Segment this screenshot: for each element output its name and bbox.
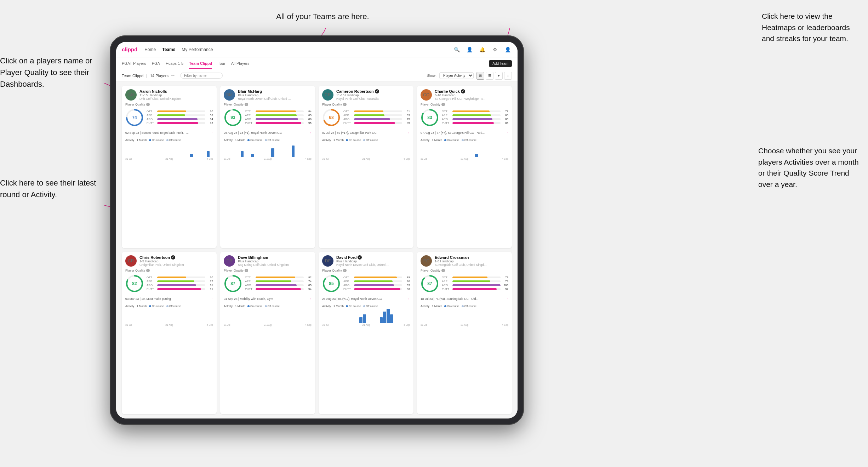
tab-tour[interactable]: Tour <box>218 58 225 69</box>
stat-bar-bg <box>256 110 304 112</box>
info-icon: i <box>343 269 347 272</box>
search-icon[interactable]: 🔍 <box>452 45 461 54</box>
round-arrow: → <box>406 297 410 301</box>
stat-label: ARG <box>442 118 451 121</box>
player-card[interactable]: CQ Charlie Quick ✓ 6-10 Handicap St. Geo… <box>417 86 512 248</box>
player-info: Dave Billingham Plus Handicap Sag Maing … <box>238 255 312 267</box>
activity-title: Activity · 1 Month <box>421 304 442 308</box>
player-name[interactable]: David Ford ✓ <box>336 255 410 260</box>
nav-my-performance[interactable]: My Performance <box>182 46 213 53</box>
stat-bar-fill <box>157 122 198 124</box>
stat-label: APP <box>147 280 156 283</box>
chart-label-start: 31 Jul <box>421 324 427 326</box>
tab-pgat[interactable]: PGAT Players <box>122 58 146 69</box>
player-name[interactable]: Cameron Robertson ✓ <box>336 89 410 93</box>
latest-round[interactable]: 03 Mar 23 | 19, Must make putting → <box>125 295 213 301</box>
stat-label: ARG <box>442 284 451 287</box>
stat-label: APP <box>343 280 353 283</box>
player-name[interactable]: Charlie Quick ✓ <box>435 89 508 93</box>
latest-round[interactable]: 18 Jul 23 | 74 (+4), Sunningdale GC - Ol… <box>421 295 508 301</box>
settings-icon[interactable]: ⚙ <box>491 45 499 54</box>
chart-bars <box>322 312 410 323</box>
latest-round[interactable]: 07 Aug 23 | 77 (+7), St George's Hill GC… <box>421 129 508 135</box>
stat-bar-fill <box>256 277 295 278</box>
nav-home[interactable]: Home <box>144 46 156 53</box>
score-circle[interactable]: 74 <box>125 108 144 127</box>
score-circle[interactable]: 68 <box>322 108 341 127</box>
score-circle[interactable]: 83 <box>421 108 439 127</box>
latest-round[interactable]: 04 Sep 23 | Mobility with coach, Gym → <box>224 295 312 301</box>
round-text: 18 Jul 23 | 74 (+4), Sunningdale GC - Ol… <box>421 297 479 301</box>
ipad-screen: clippd Home Teams My Performance 🔍 👤 🔔 ⚙… <box>116 42 518 418</box>
show-select[interactable]: Player Activity <box>439 72 474 79</box>
latest-round[interactable]: 02 Sep 23 | Sunset round to get back int… <box>125 129 213 135</box>
notification-icon[interactable]: 🔔 <box>478 45 486 54</box>
chart-label-mid: 21 Aug <box>461 324 468 326</box>
player-name[interactable]: Blair McHarg <box>238 89 312 93</box>
player-card[interactable]: CR Cameron Robertson ✓ 11-15 Handicap Ro… <box>319 86 413 248</box>
player-card[interactable]: DF David Ford ✓ Plus Handicap Royal Nort… <box>319 252 413 414</box>
player-card[interactable]: EC Edward Crossman 1-5 Handicap Sunningd… <box>417 252 512 414</box>
stat-value: 61 <box>404 110 410 113</box>
stat-label: PUTT <box>245 287 254 291</box>
latest-round[interactable]: 26 Aug 23 | 84 (+12), Royal North Devon … <box>322 295 410 301</box>
player-name[interactable]: Dave Billingham <box>238 255 312 260</box>
stat-value: 88 <box>305 118 312 121</box>
info-icon: i <box>441 269 445 272</box>
stat-bar-bg <box>157 284 205 286</box>
score-circle[interactable]: 87 <box>421 274 439 293</box>
players-grid: AN Aaron Nicholls 11-15 Handicap Drift G… <box>116 81 518 418</box>
score-circle[interactable]: 93 <box>224 108 242 127</box>
score-circle[interactable]: 87 <box>224 274 242 293</box>
profile-icon[interactable]: 👤 <box>465 45 474 54</box>
player-info: Charlie Quick ✓ 6-10 Handicap St. George… <box>435 89 508 101</box>
tab-pga[interactable]: PGA <box>152 58 160 69</box>
player-name[interactable]: Chris Robertson ✓ <box>139 255 213 260</box>
player-info: Blair McHarg Plus Handicap Royal North D… <box>238 89 312 101</box>
sort-button[interactable]: ↕ <box>504 72 512 80</box>
activity-header: Activity · 1 Month On course Off course <box>421 138 508 142</box>
grid-view-button[interactable]: ⊞ <box>476 72 484 80</box>
stat-bar-fill <box>452 118 492 120</box>
nav-teams[interactable]: Teams <box>162 46 175 53</box>
player-name[interactable]: Edward Crossman <box>435 255 508 260</box>
filter-button[interactable]: ▼ <box>495 72 503 80</box>
chart-label-end: 4 Sep <box>502 324 508 326</box>
user-avatar-icon[interactable]: 👤 <box>503 45 512 54</box>
chart-label-end: 4 Sep <box>404 158 410 160</box>
stat-label: OTT <box>147 276 156 279</box>
chart-labels: 31 Jul 21 Aug 4 Sep <box>421 324 508 326</box>
latest-round[interactable]: 02 Jul 23 | 59 (+17), Craigmillar Park G… <box>322 129 410 135</box>
list-view-button[interactable]: ☰ <box>486 72 493 80</box>
player-header: CR Cameron Robertson ✓ 11-15 Handicap Ro… <box>322 89 410 101</box>
stat-bar-bg <box>354 122 402 124</box>
add-team-button[interactable]: Add Team <box>489 60 512 67</box>
off-course-dot <box>462 305 464 307</box>
quality-label: Player Quality i <box>322 103 410 106</box>
score-circle[interactable]: 82 <box>125 274 144 293</box>
chart-bars <box>125 312 213 323</box>
score-circle[interactable]: 85 <box>322 274 341 293</box>
player-card[interactable]: AN Aaron Nicholls 11-15 Handicap Drift G… <box>122 86 217 248</box>
player-card[interactable]: DB Dave Billingham Plus Handicap Sag Mai… <box>220 252 315 414</box>
player-card[interactable]: CR Chris Robertson ✓ 1-5 Handicap Craigm… <box>122 252 217 414</box>
stat-value: 85 <box>305 284 312 287</box>
round-text: 02 Jul 23 | 59 (+17), Craigmillar Park G… <box>322 131 377 135</box>
latest-round[interactable]: 26 Aug 23 | 73 (+1), Royal North Devon G… <box>224 129 312 135</box>
player-name[interactable]: Aaron Nicholls <box>139 89 213 93</box>
chart-label-start: 31 Jul <box>125 324 132 326</box>
player-avatar: CR <box>322 89 333 101</box>
round-arrow: → <box>308 131 312 135</box>
tab-team-clippd[interactable]: Team Clippd <box>189 58 212 69</box>
off-course-legend: Off course <box>265 138 280 142</box>
round-text: 04 Sep 23 | Mobility with coach, Gym <box>224 297 273 301</box>
filter-input[interactable] <box>180 73 223 79</box>
tab-hcaps[interactable]: Hcaps 1-5 <box>166 58 183 69</box>
tab-all-players[interactable]: All Players <box>231 58 250 69</box>
edit-team-icon[interactable]: ✏ <box>171 73 175 78</box>
stat-label: PUTT <box>343 121 353 125</box>
player-club: Drift Golf Club, United Kingdom <box>139 97 193 101</box>
stats-container: OTT 84 APP 85 ARG 88 PU <box>245 110 312 125</box>
player-card[interactable]: BM Blair McHarg Plus Handicap Royal Nort… <box>220 86 315 248</box>
round-text: 03 Mar 23 | 19, Must make putting <box>125 297 171 301</box>
